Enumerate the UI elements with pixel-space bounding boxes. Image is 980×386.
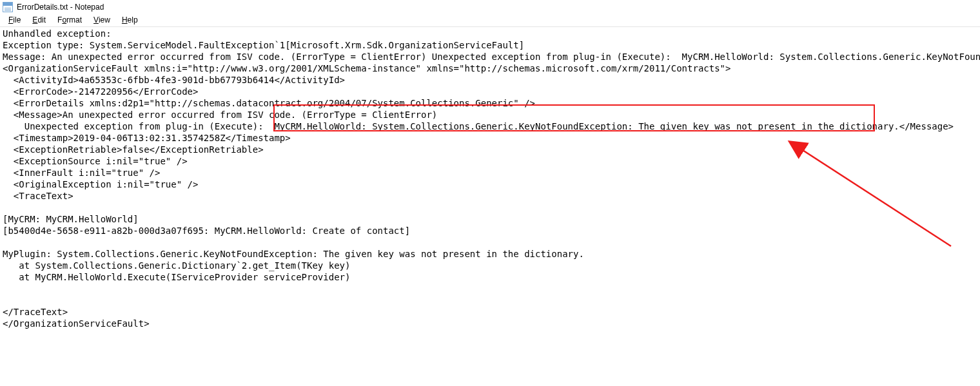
menu-view[interactable]: View — [88, 14, 116, 26]
line-15: <TraceText> — [3, 191, 74, 201]
svg-line-0 — [792, 143, 951, 246]
menu-help-rest: elp — [128, 15, 138, 24]
window-title: ErrorDetails.txt - Notepad — [17, 3, 104, 12]
line-18: [b5400d4e-5658-e911-a82b-000d3a07f695: M… — [3, 226, 410, 236]
line-11: <ExceptionRetriable>false</ExceptionRetr… — [3, 144, 264, 155]
line-5: <ActivityId>4a65353c-6fbb-4fe3-901d-bb67… — [3, 75, 345, 85]
line-1: Unhandled exception: — [3, 28, 117, 39]
menu-help[interactable]: Help — [116, 14, 144, 26]
line-7: <ErrorDetails xmlns:d2p1="http://schemas… — [3, 98, 535, 108]
line-6: <ErrorCode>-2147220956</ErrorCode> — [3, 86, 198, 97]
line-2: Exception type: System.ServiceModel.Faul… — [3, 40, 524, 50]
menu-view-rest: iew — [99, 15, 110, 24]
menu-file[interactable]: File — [3, 14, 26, 26]
line-9: Unexpected exception from plug-in (Execu… — [3, 121, 954, 131]
menu-file-rest: ile — [13, 15, 21, 24]
text-area[interactable]: Unhandled exception: Exception type: Sys… — [0, 27, 980, 386]
annotation-arrow — [783, 137, 954, 249]
line-22: at MyCRM.HelloWorld.Execute(IServiceProv… — [3, 272, 350, 282]
line-14: <OriginalException i:nil="true" /> — [3, 179, 198, 189]
line-13: <InnerFault i:nil="true" /> — [3, 168, 160, 178]
line-4: <OrganizationServiceFault xmlns:i="http:… — [3, 63, 730, 73]
menu-format-rest: rmat — [66, 15, 82, 24]
line-10: <Timestamp>2019-04-06T13:02:31.3574258Z<… — [3, 133, 291, 143]
menu-format[interactable]: Format — [52, 14, 88, 26]
line-3: Message: An unexpected error occurred fr… — [3, 52, 980, 62]
line-12: <ExceptionSource i:nil="true" /> — [3, 156, 188, 166]
notepad-icon — [3, 2, 13, 12]
line-8: <Message>An unexpected error occurred fr… — [3, 110, 437, 120]
menu-edit[interactable]: Edit — [26, 14, 52, 26]
menu-edit-rest: dit — [37, 15, 46, 24]
line-20: MyPlugin: System.Collections.Generic.Key… — [3, 249, 584, 259]
menu-bar: File Edit Format View Help — [0, 14, 980, 27]
line-21: at System.Collections.Generic.Dictionary… — [3, 260, 350, 271]
window-titlebar: ErrorDetails.txt - Notepad — [0, 0, 980, 14]
line-26: </OrganizationServiceFault> — [3, 318, 150, 329]
line-17: [MyCRM: MyCRM.HelloWorld] — [3, 214, 139, 224]
line-25: </TraceText> — [3, 307, 68, 317]
